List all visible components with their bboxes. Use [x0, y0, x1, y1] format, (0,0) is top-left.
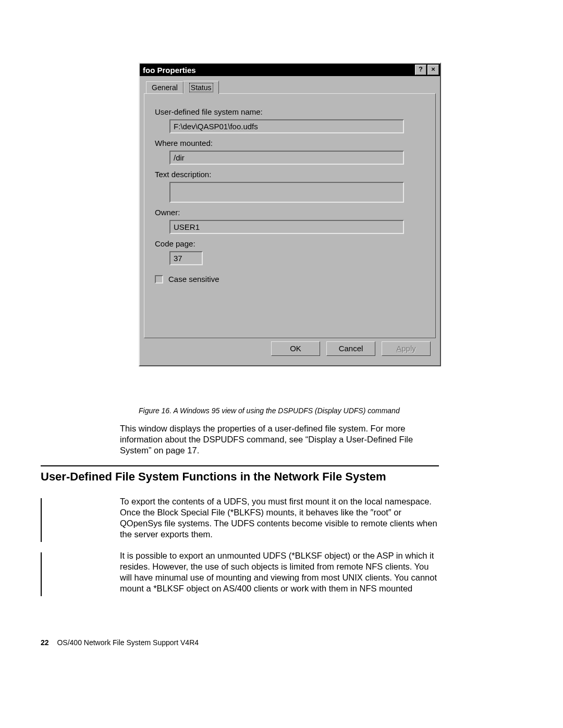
case-sensitive-checkbox[interactable]: [155, 275, 163, 283]
section-heading: User-Defined File System Functions in th…: [41, 470, 386, 484]
page: foo Properties ? × General Status User-d…: [0, 0, 563, 728]
change-bar-2: [41, 552, 42, 596]
window-title: foo Properties: [143, 66, 414, 75]
footer-title: OS/400 Network File System Support V4R4: [57, 638, 199, 647]
tab-status-label: Status: [189, 83, 213, 92]
tab-general-label: General: [152, 83, 178, 92]
page-number: 22: [41, 638, 49, 647]
status-panel: User-defined file system name: F:\dev\QA…: [144, 93, 436, 338]
field-where-mounted: /dir: [169, 151, 404, 165]
dialog-client: General Status User-defined file system …: [140, 76, 440, 365]
label-udfs-name: User-defined file system name:: [155, 107, 425, 116]
field-text-desc: [169, 182, 404, 203]
case-sensitive-row: Case sensitive: [155, 275, 425, 283]
properties-dialog: foo Properties ? × General Status User-d…: [139, 63, 441, 366]
section-rule: [41, 465, 439, 466]
field-udfs-name: F:\dev\QASP01\foo.udfs: [169, 119, 404, 133]
tab-status[interactable]: Status: [183, 81, 219, 94]
page-footer: 22 OS/400 Network File System Support V4…: [41, 638, 199, 647]
paragraph-2: To export the contents of a UDFS, you mu…: [120, 496, 438, 540]
label-case-sensitive: Case sensitive: [168, 275, 219, 283]
help-button[interactable]: ?: [415, 65, 426, 75]
paragraph-3: It is possible to export an unmounted UD…: [120, 550, 438, 594]
change-bar-1: [41, 498, 42, 542]
tab-general[interactable]: General: [146, 81, 183, 94]
label-where-mounted: Where mounted:: [155, 139, 425, 147]
cancel-button[interactable]: Cancel: [326, 341, 375, 356]
paragraph-1: This window displays the properties of a…: [120, 423, 438, 456]
tabstrip: General Status: [146, 80, 436, 93]
button-row: OK Cancel Apply: [144, 338, 436, 361]
label-code-page: Code page:: [155, 239, 425, 248]
ok-button[interactable]: OK: [271, 341, 320, 356]
field-code-page: 37: [169, 251, 203, 265]
field-owner: USER1: [169, 220, 404, 234]
titlebar[interactable]: foo Properties ? ×: [140, 64, 440, 76]
label-owner: Owner:: [155, 208, 425, 217]
figure-caption: Figure 16. A Windows 95 view of using th…: [139, 406, 400, 415]
close-button[interactable]: ×: [427, 65, 439, 75]
apply-button: Apply: [382, 341, 431, 356]
label-text-desc: Text description:: [155, 170, 425, 179]
